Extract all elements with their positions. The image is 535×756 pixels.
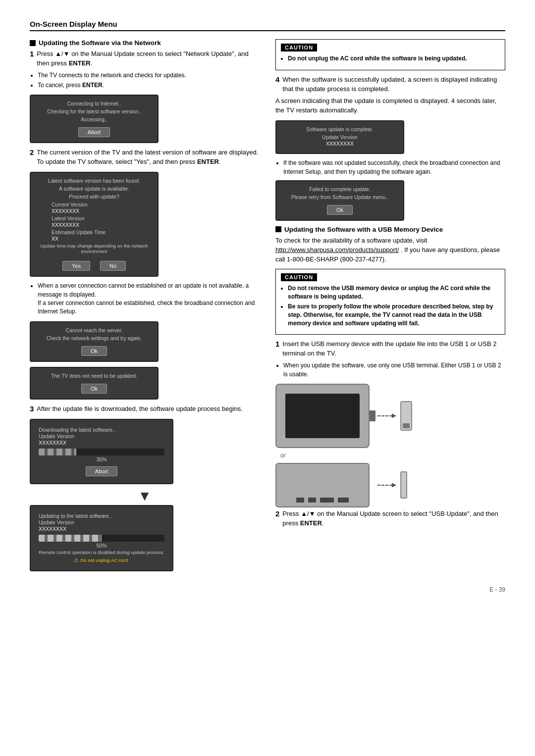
usb-stick-side bbox=[400, 471, 407, 499]
step2-num: 2 bbox=[30, 148, 34, 156]
server-bullet-block: When a server connection cannot be estab… bbox=[30, 282, 260, 316]
section-heading-usb-text: Updating the Software with a USB Memory … bbox=[284, 226, 443, 233]
screen2-line1: Latest software version has been found. bbox=[37, 178, 152, 184]
bullet-fail-block: If the software was not updated successf… bbox=[275, 159, 505, 176]
usb-connector-front bbox=[403, 423, 410, 428]
screen5-progress-label: 30% bbox=[39, 456, 164, 462]
screen5-progress-bar bbox=[39, 449, 164, 455]
page-title: On-Screen Display Menu bbox=[30, 20, 117, 28]
step2-usb-intro: 2 Press ▲/▼ on the Manual Update screen … bbox=[275, 509, 505, 528]
step1-usb-text: Insert the USB memory device with the up… bbox=[282, 340, 505, 358]
right-column: CAUTION Do not unplug the AC cord while … bbox=[275, 39, 505, 576]
port-slot-2 bbox=[308, 498, 316, 503]
step1-usb-bullet1: When you update the software, use only o… bbox=[283, 361, 505, 379]
left-column: Updating the Software via the Network 1 … bbox=[30, 39, 260, 576]
screen1-line2: Checking for the latest software version… bbox=[37, 108, 152, 114]
bullet-fail-list: If the software was not updated successf… bbox=[283, 159, 505, 176]
step1-usb-num: 1 bbox=[275, 340, 279, 348]
screen-complete-update-label: Update Version bbox=[282, 134, 397, 140]
step4-block: 4 When the software is successfully upda… bbox=[275, 75, 505, 115]
screen6-update-val: XXXXXXXX bbox=[39, 526, 164, 532]
screen-cannot-reach: Cannot reach the server. Check the netwo… bbox=[30, 321, 159, 362]
or-row: or bbox=[275, 452, 291, 459]
caution1-bullets: Do not unplug the AC cord while the soft… bbox=[288, 54, 500, 63]
warning-triangle-icon: ⚠ bbox=[74, 557, 79, 563]
dashed-line: ▶ bbox=[377, 415, 392, 416]
arrow-right-icon: ▶ bbox=[392, 412, 396, 419]
screen2-note: Update time may change depending on the … bbox=[37, 243, 152, 254]
usb-arrow: ▶ bbox=[377, 415, 392, 416]
tv-front-view bbox=[275, 384, 370, 448]
step2-usb-text: Press ▲/▼ on the Manual Update screen to… bbox=[282, 509, 505, 528]
tv-bottom-view bbox=[275, 463, 370, 507]
server-bullets: When a server connection cannot be estab… bbox=[38, 282, 260, 316]
screen5-abort-btn[interactable]: Abort bbox=[86, 466, 117, 476]
section2-intro: To check for the availability of a softw… bbox=[275, 236, 505, 264]
step1-intro: 1 Press ▲/▼ on the Manual Update screen … bbox=[30, 50, 260, 68]
step2-usb-block: 2 Press ▲/▼ on the Manual Update screen … bbox=[275, 509, 505, 528]
screen2-yes-btn[interactable]: Yes bbox=[62, 261, 90, 271]
screen-fail-line1: Failed to complete update. bbox=[282, 186, 397, 192]
step1-usb-bullets: When you update the software, use only o… bbox=[283, 361, 505, 379]
caution2-bullets: Do not remove the USB memory device or u… bbox=[288, 284, 500, 327]
port-slot-3 bbox=[320, 498, 334, 503]
screen4-line1: The TV does not need to be updated. bbox=[37, 373, 152, 379]
step3-intro: 3 After the update file is downloaded, t… bbox=[30, 404, 260, 414]
screen1-abort-btn[interactable]: Abort bbox=[78, 127, 110, 137]
dashed-line-2: ▶ bbox=[377, 485, 392, 486]
step1-text: Press ▲/▼ on the Manual Update screen to… bbox=[37, 50, 260, 68]
screen1-line1: Connecting to Internet.. bbox=[37, 101, 152, 106]
screen-no-update: The TV does not need to be updated. Ok bbox=[30, 367, 159, 400]
screen3-ok-btn[interactable]: Ok bbox=[81, 346, 107, 356]
step2-intro: 2 The current version of the TV and the … bbox=[30, 148, 260, 167]
step1-num: 1 bbox=[30, 50, 34, 58]
screen5-line1: Downloading the latest software.. bbox=[39, 427, 164, 433]
step1-block: 1 Press ▲/▼ on the Manual Update screen … bbox=[30, 50, 260, 90]
screen6-warning-text: Do not unplug AC cord. bbox=[80, 557, 129, 563]
section-heading-network: Updating the Software via the Network bbox=[30, 39, 260, 47]
step2-text: The current version of the TV and the la… bbox=[37, 148, 260, 167]
usb-diagram: ▶ or bbox=[275, 384, 505, 507]
usb-stick-front bbox=[400, 401, 412, 431]
est-update-val: XX bbox=[52, 236, 58, 242]
caution2-header: CAUTION bbox=[281, 273, 317, 281]
section-usb-update: Updating the Software with a USB Memory … bbox=[275, 226, 505, 264]
caution-box-1: CAUTION Do not unplug the AC cord while … bbox=[275, 39, 505, 70]
screen2-no-btn[interactable]: No bbox=[100, 261, 126, 271]
step4-text: When the software is successfully update… bbox=[282, 75, 505, 94]
latest-version-label: Latest Version bbox=[52, 215, 85, 221]
est-update-label: Estimated Update Time bbox=[52, 229, 106, 235]
step1-usb-block: 1 Insert the USB memory device with the … bbox=[275, 340, 505, 378]
screen4-ok-btn[interactable]: Ok bbox=[81, 384, 107, 394]
caution2-bullet1: Do not remove the USB memory device or u… bbox=[288, 284, 500, 301]
screen5-update-label: Update Version bbox=[39, 433, 164, 439]
screen5-btn-wrap: Abort bbox=[39, 463, 164, 476]
arrow-right-icon-2: ▶ bbox=[392, 481, 396, 488]
screen-fail-ok-btn[interactable]: Ok bbox=[327, 205, 353, 215]
latest-version-val: XXXXXXXX bbox=[52, 222, 79, 228]
tv-front-screen bbox=[285, 394, 360, 438]
diagram-row1: ▶ bbox=[275, 384, 412, 448]
diagram-row2: ▶ bbox=[275, 463, 407, 507]
step3-num: 3 bbox=[30, 404, 34, 413]
caution2-bullet2: Be sure to properly follow the whole pro… bbox=[288, 302, 500, 327]
section-heading-usb: Updating the Software with a USB Memory … bbox=[275, 226, 505, 233]
current-version-val: XXXXXXXX bbox=[52, 208, 79, 214]
caution-box-2: CAUTION Do not remove the USB memory dev… bbox=[275, 269, 505, 335]
caution1-header: CAUTION bbox=[281, 44, 317, 51]
screen2-btn-row: Yes No bbox=[37, 258, 152, 271]
section2-url[interactable]: http://www.sharpusa.com/products/support… bbox=[275, 246, 399, 253]
screen1-line3: Accessing.. bbox=[37, 116, 152, 122]
step2-block: 2 The current version of the TV and the … bbox=[30, 148, 260, 167]
port-slot-1 bbox=[296, 498, 304, 503]
port-slot-4 bbox=[338, 498, 349, 503]
page-header: On-Screen Display Menu bbox=[30, 20, 505, 31]
screen6-warning: ⚠ Do not unplug AC cord. bbox=[39, 557, 164, 563]
step1-bullet1: The TV connects to the network and check… bbox=[38, 71, 260, 80]
screen2-line2: A software update is available. bbox=[37, 186, 152, 192]
step2-usb-num: 2 bbox=[275, 509, 279, 518]
black-square-icon bbox=[30, 40, 36, 46]
server-bullet-main: When a server connection cannot be estab… bbox=[38, 282, 260, 316]
step1-bullets: The TV connects to the network and check… bbox=[38, 71, 260, 90]
screen5-update-val: XXXXXXXX bbox=[39, 440, 164, 446]
